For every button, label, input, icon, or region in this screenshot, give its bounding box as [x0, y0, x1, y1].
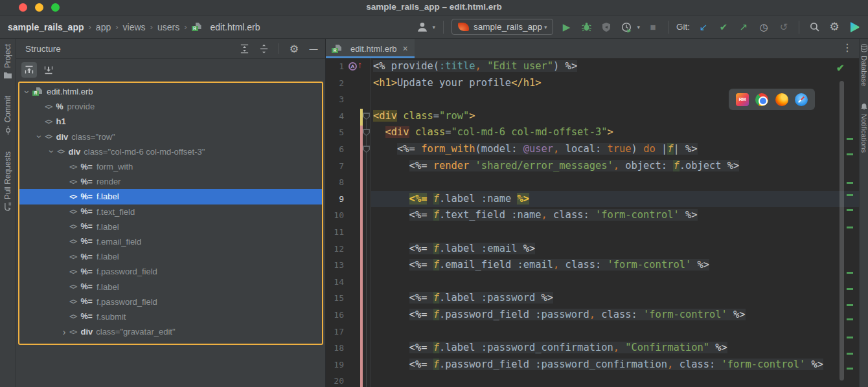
structure-tree-item[interactable]: ›<>divclass="gravatar_edit" — [19, 324, 322, 339]
code-line[interactable]: <%= render 'shared/error_messages', obje… — [373, 158, 739, 175]
code-line[interactable]: <%= f.password_field :password_confirmat… — [373, 357, 823, 373]
line-number[interactable]: 7 — [326, 158, 344, 175]
line-number[interactable]: 5 — [326, 124, 344, 141]
structure-tree-item[interactable]: ›Redit.html.erb — [19, 84, 322, 99]
code-line[interactable]: <%= f.label :email %> — [373, 241, 535, 258]
fold-marker-icon[interactable] — [363, 146, 370, 153]
line-number[interactable]: 13 — [326, 257, 344, 274]
line-number[interactable]: 12 — [326, 241, 344, 258]
code-line[interactable]: <%= form_with(model: @user, local: true)… — [373, 141, 698, 158]
structure-tree-item[interactable]: <>%=f.label — [19, 219, 322, 234]
chevron-down-icon[interactable]: › — [34, 132, 45, 141]
git-commit-button[interactable]: ✔ — [716, 20, 731, 34]
structure-tree-item[interactable]: <>h1 — [19, 114, 322, 129]
code-line[interactable]: <div class="col-md-6 col-md-offset-3"> — [373, 124, 613, 141]
structure-settings-gear-icon[interactable]: ⚙ — [288, 42, 301, 55]
line-number[interactable]: 14 — [326, 274, 344, 291]
sidebar-item-commit[interactable]: Commit — [3, 96, 12, 134]
breadcrumb-project[interactable]: sample_rails_app — [8, 22, 84, 32]
collapse-all-icon[interactable] — [257, 42, 270, 55]
firefox-icon[interactable] — [775, 93, 788, 106]
close-tab-icon[interactable]: × — [403, 43, 408, 54]
code-line[interactable]: <%= f.label :password %> — [373, 290, 553, 307]
breadcrumb-file[interactable]: edit.html.erb — [211, 22, 260, 32]
structure-tree-item[interactable]: <>%=form_with — [19, 159, 322, 174]
line-number[interactable]: 15 — [326, 290, 344, 307]
line-number[interactable]: 1 — [326, 58, 344, 75]
breadcrumb-app[interactable]: app — [96, 22, 111, 32]
code-line[interactable]: <%= f.text_field :name, class: 'form-con… — [373, 207, 698, 224]
structure-tree-item[interactable]: <>%=f.password_field — [19, 264, 322, 279]
code-line[interactable]: <%= f.password_field :password, class: '… — [373, 307, 746, 324]
expand-all-icon[interactable] — [238, 42, 251, 55]
editor-options-kebab-icon[interactable]: ⋮ — [842, 41, 852, 54]
line-number[interactable]: 2 — [326, 75, 344, 92]
git-rollback-button[interactable]: ↺ — [777, 20, 791, 34]
line-number[interactable]: 10 — [326, 207, 344, 224]
structure-tree-item[interactable]: ›<>divclass="col-md-6 col-md-offset-3" — [19, 144, 322, 159]
structure-tree-item[interactable]: <>%=f.text_field — [19, 205, 322, 219]
debug-button[interactable] — [579, 20, 593, 34]
fold-marker-icon[interactable] — [363, 129, 370, 136]
line-number[interactable]: 8 — [326, 174, 344, 191]
git-push-button[interactable]: ↗ — [737, 20, 751, 34]
chevron-down-icon[interactable]: › — [47, 147, 57, 156]
structure-tree-item[interactable]: ›<>divclass="row" — [19, 129, 322, 144]
code-line[interactable]: <%= f.label :name %> — [373, 191, 529, 208]
chevron-down-icon[interactable]: ▾ — [433, 24, 436, 30]
line-number[interactable]: 4 — [326, 108, 344, 125]
user-account-icon[interactable] — [415, 20, 429, 34]
chevron-down-icon[interactable]: › — [22, 87, 32, 96]
sidebar-item-project[interactable]: Project — [3, 44, 12, 79]
stop-button[interactable]: ■ — [646, 20, 660, 34]
line-number[interactable]: 9 — [326, 191, 344, 208]
line-number[interactable]: 6 — [326, 141, 344, 158]
bookmark-mnemonic-icon[interactable]: A ↑ — [348, 61, 365, 72]
inspections-ok-icon[interactable]: ✔ — [836, 62, 845, 74]
structure-tree-item[interactable]: <>%=f.submit — [19, 309, 322, 324]
code-line[interactable]: <% provide(:title, "Edit user") %> — [373, 58, 577, 75]
chevron-down-icon[interactable]: ▾ — [637, 24, 640, 30]
navigate-from-source-button[interactable] — [41, 62, 56, 78]
line-number[interactable]: 18 — [326, 340, 344, 357]
structure-tree-item[interactable]: <>%=render — [19, 174, 322, 189]
settings-gear-icon[interactable]: ⚙ — [827, 20, 841, 34]
structure-tree-item[interactable]: <>%=f.email_field — [19, 234, 322, 249]
run-button[interactable]: ▶ — [559, 20, 573, 34]
code-line[interactable]: <div class="row"> — [373, 108, 475, 125]
breadcrumb-views[interactable]: views — [123, 22, 146, 32]
editor-tab[interactable]: R edit.html.erb × — [326, 39, 415, 58]
breadcrumb-users[interactable]: users — [157, 22, 179, 32]
structure-tree-item[interactable]: <>%=f.label — [19, 249, 322, 264]
run-configuration-select[interactable]: sample_rails_app ▾ — [451, 19, 553, 35]
structure-tree-item[interactable]: <>%=f.password_field — [19, 294, 322, 309]
code-with-me-icon[interactable] — [847, 20, 862, 34]
git-history-button[interactable]: ◷ — [757, 20, 771, 34]
run-with-coverage-button[interactable] — [599, 20, 613, 34]
safari-icon[interactable] — [795, 93, 808, 106]
structure-tree-item[interactable]: <>%=f.label — [19, 279, 322, 294]
editor-scrollbar[interactable] — [839, 81, 844, 381]
code-area[interactable]: 1234567891011121314151617181920 A ↑ <% p… — [326, 58, 859, 387]
line-number[interactable]: 20 — [326, 373, 344, 387]
sidebar-item-database[interactable]: Database — [860, 44, 868, 86]
search-everywhere-icon[interactable] — [807, 20, 821, 34]
line-number[interactable]: 19 — [326, 357, 344, 373]
structure-tree-item[interactable]: <>%provide — [19, 99, 322, 114]
chevron-right-icon[interactable]: › — [59, 327, 69, 337]
line-number[interactable]: 17 — [326, 324, 344, 340]
sidebar-item-notifications[interactable]: Notifications — [860, 103, 868, 153]
code-line[interactable]: <h1>Update your profile</h1> — [373, 75, 541, 92]
rubymine-browser-icon[interactable]: RM — [736, 93, 749, 106]
sidebar-item-pull-requests[interactable]: Pull Requests — [3, 151, 12, 211]
chrome-icon[interactable] — [755, 93, 768, 106]
line-number[interactable]: 3 — [326, 91, 344, 108]
fold-marker-icon[interactable] — [363, 113, 370, 120]
line-number[interactable]: 16 — [326, 307, 344, 324]
code-line[interactable]: <%= f.email_field :email, class: 'form-c… — [373, 257, 709, 274]
hide-panel-icon[interactable]: — — [307, 42, 320, 55]
code-line[interactable]: <%= f.label :password_confirmation, "Con… — [373, 340, 727, 357]
navigate-with-source-button[interactable] — [21, 62, 37, 78]
structure-tree-item[interactable]: <>%=f.label — [19, 189, 322, 204]
line-number[interactable]: 11 — [326, 224, 344, 241]
